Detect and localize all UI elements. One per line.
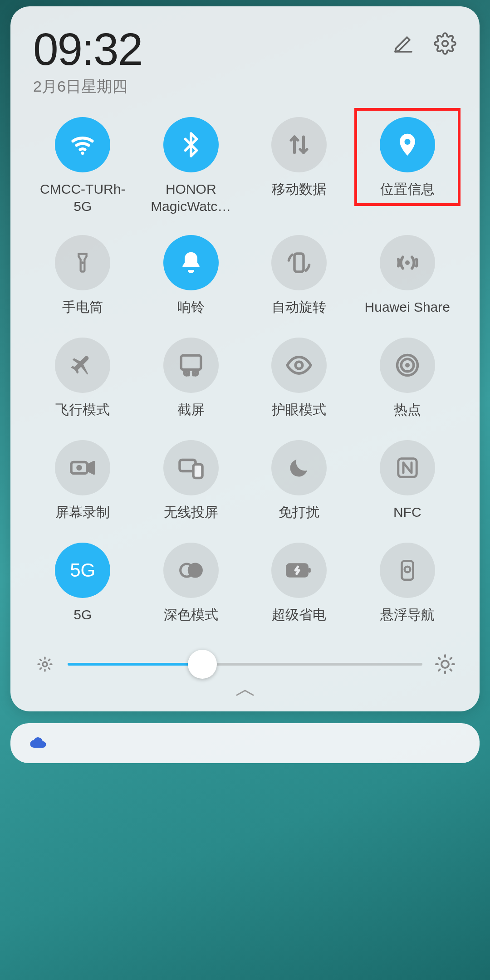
tile-dnd[interactable]: 免打扰 <box>245 440 353 530</box>
tile-label: 热点 <box>394 401 421 418</box>
svg-rect-20 <box>309 568 311 573</box>
brightness-fill <box>68 663 202 666</box>
five-g-icon: 5G <box>55 543 110 598</box>
tile-label: 护眼模式 <box>272 401 326 418</box>
tile-huawei-share[interactable]: Huawei Share <box>353 235 462 325</box>
tile-label: 手电筒 <box>62 299 103 316</box>
clock-block: 09:32 2月6日星期四 <box>33 26 142 97</box>
svg-point-9 <box>405 363 410 368</box>
brightness-low-icon <box>34 653 56 675</box>
tile-eye-comfort[interactable]: 护眼模式 <box>245 338 353 427</box>
tiles-rows-2-5: 手电筒 响铃 自动旋转 Huawei Share 飞行模式 <box>29 235 461 632</box>
tile-label: 深色模式 <box>164 606 218 623</box>
moon-icon <box>271 440 327 495</box>
svg-point-4 <box>405 260 410 265</box>
tile-location[interactable]: 位置信息 <box>353 117 462 222</box>
svg-point-18 <box>189 564 201 577</box>
tile-airplane[interactable]: 飞行模式 <box>29 338 137 427</box>
svg-point-0 <box>442 41 448 47</box>
svg-point-22 <box>405 567 411 573</box>
gear-icon <box>434 32 456 55</box>
tile-cast[interactable]: 无线投屏 <box>137 440 245 530</box>
float-nav-icon <box>380 543 435 598</box>
airplane-icon <box>55 338 110 393</box>
chevron-up-icon <box>231 687 259 699</box>
tile-dark-mode[interactable]: 深色模式 <box>137 543 245 632</box>
date-text: 2月6日星期四 <box>33 76 142 97</box>
hotspot-icon <box>380 338 435 393</box>
bluetooth-icon <box>163 117 219 172</box>
tile-label: 悬浮导航 <box>380 606 435 623</box>
nfc-icon <box>380 440 435 495</box>
collapse-handle[interactable] <box>231 687 259 699</box>
tile-bluetooth[interactable]: HONOR MagicWatc… <box>137 117 245 222</box>
mobile-data-icon <box>271 117 327 172</box>
cloud-icon <box>29 734 47 752</box>
record-icon <box>55 440 110 495</box>
tile-screen-record[interactable]: 屏幕录制 <box>29 440 137 530</box>
brightness-high-icon <box>434 653 456 675</box>
tile-power-saving[interactable]: 超级省电 <box>245 543 353 632</box>
notification-bar[interactable] <box>10 723 480 763</box>
tile-nfc[interactable]: NFC <box>353 440 462 530</box>
tile-auto-rotate[interactable]: 自动旋转 <box>245 235 353 325</box>
share-icon <box>380 235 435 290</box>
settings-button[interactable] <box>433 32 457 55</box>
tile-label: 5G <box>74 606 92 623</box>
five-g-text: 5G <box>70 559 95 581</box>
screenshot-icon <box>163 338 219 393</box>
tile-label: 超级省电 <box>272 606 326 623</box>
tile-label: Huawei Share <box>365 299 450 316</box>
pencil-icon <box>392 33 414 54</box>
tile-label: 位置信息 <box>380 181 435 198</box>
svg-rect-15 <box>193 465 202 478</box>
tile-5g[interactable]: 5G 5G <box>29 543 137 632</box>
tile-label: 响铃 <box>177 299 205 316</box>
tiles-row-1: CMCC-TURh-5G HONOR MagicWatc… 移动数据 位置信息 <box>29 117 461 222</box>
tile-hotspot[interactable]: 热点 <box>353 338 462 427</box>
dark-mode-icon <box>163 543 219 598</box>
brightness-slider[interactable] <box>29 653 461 675</box>
tile-label: 无线投屏 <box>164 504 218 521</box>
brightness-track[interactable] <box>68 663 422 666</box>
header-actions <box>392 32 457 55</box>
tile-label: 移动数据 <box>272 181 326 198</box>
svg-point-8 <box>296 362 303 369</box>
wifi-icon <box>55 117 110 172</box>
svg-point-24 <box>441 661 449 668</box>
svg-rect-21 <box>402 561 413 580</box>
tile-float-nav[interactable]: 悬浮导航 <box>353 543 462 632</box>
edit-button[interactable] <box>392 32 415 55</box>
svg-rect-3 <box>294 254 304 272</box>
tile-mobile-data[interactable]: 移动数据 <box>245 117 353 222</box>
tile-label: 屏幕录制 <box>55 504 110 521</box>
time-text: 09:32 <box>33 26 142 72</box>
bell-icon <box>163 235 219 290</box>
tile-label: HONOR MagicWatc… <box>141 181 241 215</box>
svg-point-2 <box>81 261 84 264</box>
svg-rect-5 <box>181 355 201 369</box>
flashlight-icon <box>55 235 110 290</box>
quick-settings-panel: 09:32 2月6日星期四 CMCC-TURh-5G HONOR MagicWa… <box>10 6 480 711</box>
svg-point-23 <box>43 662 47 666</box>
eye-icon <box>271 338 327 393</box>
tile-label: NFC <box>393 504 421 521</box>
svg-point-1 <box>81 152 84 155</box>
battery-icon <box>271 543 327 598</box>
tile-label: 飞行模式 <box>55 401 110 418</box>
tile-label: 截屏 <box>177 401 205 418</box>
tile-flashlight[interactable]: 手电筒 <box>29 235 137 325</box>
panel-header: 09:32 2月6日星期四 <box>29 26 461 97</box>
location-icon <box>380 117 435 172</box>
cast-icon <box>163 440 219 495</box>
tile-sound[interactable]: 响铃 <box>137 235 245 325</box>
tile-screenshot[interactable]: 截屏 <box>137 338 245 427</box>
brightness-thumb[interactable] <box>188 650 217 679</box>
tile-label: 免打扰 <box>279 504 319 521</box>
tile-label: CMCC-TURh-5G <box>33 181 132 215</box>
tile-wifi[interactable]: CMCC-TURh-5G <box>29 117 137 222</box>
rotate-icon <box>271 235 327 290</box>
svg-point-13 <box>77 465 83 471</box>
tile-label: 自动旋转 <box>272 299 326 316</box>
